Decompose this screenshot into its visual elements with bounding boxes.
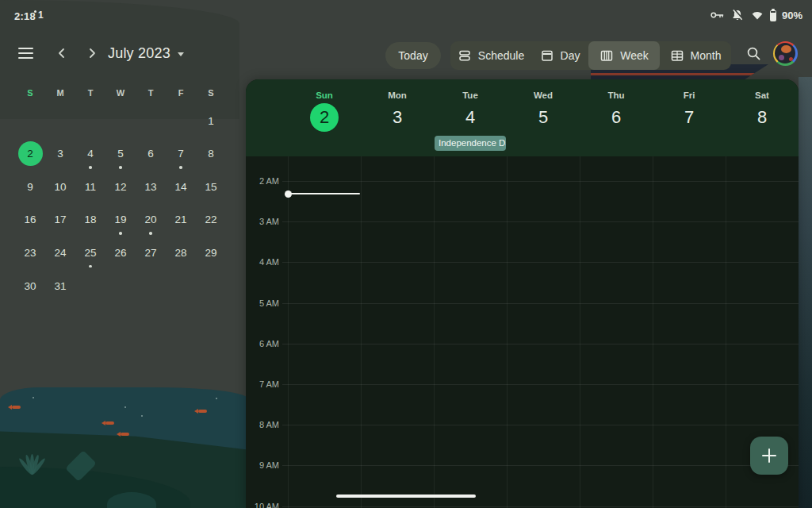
day-number: 8 — [748, 103, 776, 132]
hour-label: 6 AM — [246, 338, 279, 349]
mini-date-cell[interactable]: 3 — [45, 141, 75, 167]
chevron-right-icon — [84, 45, 100, 61]
schedule-icon — [458, 48, 472, 63]
mini-day-header: S — [15, 88, 45, 98]
bubble — [216, 398, 217, 399]
hour-label: 5 AM — [246, 298, 279, 309]
mini-date-cell[interactable]: 23 — [15, 240, 45, 265]
week-day-header[interactable]: Sun2 — [288, 79, 361, 156]
grid-column-line — [726, 156, 726, 508]
grid-hour-line — [282, 425, 799, 425]
view-tab-schedule[interactable]: Schedule — [450, 41, 531, 70]
mini-date-cell[interactable]: 2 — [15, 141, 45, 167]
mini-date-cell[interactable]: 14 — [166, 174, 196, 199]
mini-date-cell[interactable]: 10 — [45, 174, 75, 199]
mini-date-cell[interactable]: 12 — [105, 174, 136, 199]
holiday-chip[interactable]: Independence Day — [435, 136, 506, 151]
mini-date-cell[interactable]: 27 — [136, 240, 166, 265]
grid-hour-line — [282, 181, 799, 182]
day-number: 4 — [456, 103, 485, 132]
hour-label: 10 AM — [246, 501, 279, 508]
mini-date-cell[interactable]: 15 — [196, 174, 226, 199]
event-dot-icon — [179, 166, 182, 169]
month-icon — [670, 48, 684, 63]
search-button[interactable] — [740, 40, 767, 67]
view-tab-day[interactable]: Day — [531, 41, 588, 70]
view-tab-label: Month — [691, 49, 722, 62]
mini-date-cell[interactable]: 24 — [45, 240, 75, 265]
grid-hour-line — [282, 344, 799, 344]
fish-icon — [198, 410, 207, 413]
grid-column-line — [288, 156, 289, 508]
mini-date-cell[interactable]: 19 — [105, 207, 136, 233]
day-number: 7 — [675, 103, 703, 132]
mini-date-cell[interactable]: 7 — [166, 141, 196, 167]
mini-date-cell[interactable]: 9 — [15, 174, 45, 199]
mini-date-cell[interactable]: 26 — [105, 240, 136, 265]
mini-date-cell[interactable]: 31 — [45, 273, 75, 298]
week-day-header[interactable]: Sat8 — [726, 79, 799, 156]
event-dot-icon — [119, 166, 122, 169]
day-name: Sat — [726, 90, 799, 100]
day-name: Thu — [580, 90, 653, 100]
notification-icon: 1 — [38, 10, 44, 21]
menu-button[interactable] — [12, 40, 39, 67]
mini-date-cell[interactable]: 1 — [196, 108, 226, 133]
gesture-navigation-bar[interactable] — [336, 495, 476, 498]
mini-date-cell[interactable]: 30 — [15, 273, 45, 298]
chevron-down-icon — [178, 52, 184, 56]
account-avatar[interactable] — [770, 38, 800, 68]
fish-icon — [12, 406, 21, 409]
event-dot-icon — [149, 232, 152, 235]
mini-date-cell[interactable]: 5 — [105, 141, 136, 167]
mini-date-cell[interactable]: 22 — [196, 207, 226, 233]
notifications-off-icon — [730, 8, 745, 22]
event-dot-icon — [119, 232, 122, 235]
day-name: Wed — [507, 90, 580, 100]
week-day-header[interactable]: Mon3 — [361, 79, 434, 156]
avatar — [773, 41, 798, 66]
week-day-header[interactable]: Fri7 — [653, 79, 726, 156]
mini-date-cell[interactable]: 8 — [196, 141, 226, 167]
mini-date-cell[interactable]: 4 — [75, 141, 105, 167]
week-view-panel: Sun2Mon3Tue4Wed5Thu6Fri7Sat8Independence… — [246, 79, 799, 508]
view-tab-label: Week — [620, 49, 649, 62]
mini-day-header: W — [105, 88, 136, 98]
battery-percent: 90% — [782, 10, 802, 21]
bubble — [124, 406, 126, 408]
mini-date-cell[interactable]: 29 — [196, 240, 226, 265]
mini-day-header: M — [45, 88, 75, 98]
mini-date-cell[interactable]: 21 — [166, 207, 196, 233]
mini-day-header: T — [136, 88, 166, 98]
event-dot-icon — [89, 166, 92, 169]
day-icon — [540, 48, 554, 63]
grid-column-line — [580, 156, 580, 508]
month-selector[interactable]: July 2023 — [108, 40, 184, 67]
next-week-button[interactable] — [79, 40, 105, 67]
view-tab-month[interactable]: Month — [660, 41, 731, 70]
mini-date-cell[interactable]: 25 — [75, 240, 105, 265]
mini-date-cell[interactable]: 17 — [45, 207, 75, 233]
previous-week-button[interactable] — [48, 40, 75, 67]
event-dot-icon — [89, 265, 92, 268]
grid-hour-line — [282, 221, 799, 222]
mini-date-cell[interactable]: 28 — [166, 240, 196, 265]
hour-label: 3 AM — [246, 216, 279, 227]
view-tab-week[interactable]: Week — [588, 41, 660, 70]
mini-date-cell[interactable]: 20 — [136, 207, 166, 233]
day-name: Fri — [653, 90, 726, 100]
status-bar: 2:18 1 90% — [0, 0, 812, 33]
mini-date-cell[interactable]: 18 — [75, 207, 105, 233]
mini-date-cell[interactable]: 11 — [75, 174, 105, 199]
hour-label: 7 AM — [246, 379, 279, 390]
mini-date-cell[interactable]: 13 — [136, 174, 166, 199]
week-grid[interactable]: 2 AM3 AM4 AM5 AM6 AM7 AM8 AM9 AM10 AM — [246, 156, 799, 508]
hour-label: 4 AM — [246, 256, 279, 267]
mini-date-cell[interactable]: 16 — [15, 207, 45, 233]
today-button[interactable]: Today — [385, 42, 441, 69]
grid-hour-line — [282, 384, 799, 385]
week-day-header[interactable]: Thu6 — [580, 79, 653, 156]
mini-date-cell[interactable]: 6 — [136, 141, 166, 167]
week-day-header[interactable]: Wed5 — [507, 79, 580, 156]
create-event-fab[interactable] — [750, 437, 788, 475]
